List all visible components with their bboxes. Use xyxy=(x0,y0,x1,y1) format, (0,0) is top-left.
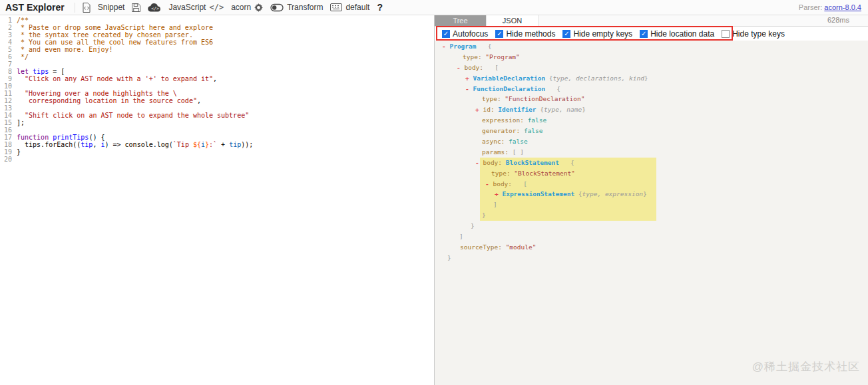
code-line[interactable]: 5 * and even more. Enjoy! xyxy=(0,46,434,53)
code-text xyxy=(12,82,17,90)
new-snippet-button[interactable] xyxy=(83,3,91,13)
tree-row[interactable]: sourceType: "module" xyxy=(435,242,868,253)
code-line[interactable]: 11 "Hovering over a node highlights the … xyxy=(0,90,434,97)
save-button[interactable] xyxy=(132,3,140,12)
code-line[interactable]: 17function printTips() { xyxy=(0,134,434,141)
line-number: 8 xyxy=(0,68,12,75)
code-text: * You can use all the cool new features … xyxy=(12,39,213,46)
line-number: 18 xyxy=(0,141,12,148)
ast-tree: - Program {type: "Program"- body: [+ Var… xyxy=(435,41,868,263)
parser-selector[interactable]: acorn xyxy=(231,3,263,12)
code-line[interactable]: 3 * the syntax tree created by chosen pa… xyxy=(0,31,434,39)
line-number: 6 xyxy=(0,53,12,61)
tree-row[interactable]: } xyxy=(435,210,868,221)
tree-row[interactable]: + id: Identifier {type, name} xyxy=(435,104,868,115)
checkbox-checked-icon[interactable]: ✓ xyxy=(495,30,503,38)
line-number: 14 xyxy=(0,112,12,119)
language-selector[interactable]: JavaScript </> xyxy=(168,3,224,12)
tree-row[interactable]: type: "FunctionDeclaration" xyxy=(435,94,868,104)
line-number: 5 xyxy=(0,46,12,53)
gist-cloud-button[interactable]: </> xyxy=(148,3,161,12)
gear-icon xyxy=(254,3,263,12)
code-line[interactable]: 12 corresponding location in the source … xyxy=(0,97,434,104)
help-button[interactable]: ? xyxy=(377,2,383,13)
ast-explorer-app: AST Explorer Snippet </> JavaScript </> … xyxy=(0,0,868,385)
code-line[interactable]: 4 * You can use all the cool new feature… xyxy=(0,39,434,46)
code-text: } xyxy=(12,148,21,156)
code-line[interactable]: 15]; xyxy=(0,119,434,126)
tree-row[interactable]: type: "BlockStatement" xyxy=(435,168,868,179)
code-line[interactable]: 6 */ xyxy=(0,53,434,61)
tree-row[interactable]: - FunctionDeclaration { xyxy=(435,84,868,94)
transform-toggle[interactable]: Transform xyxy=(270,3,323,12)
line-number: 4 xyxy=(0,39,12,46)
code-brackets-icon: </> xyxy=(209,3,224,12)
tree-row[interactable]: } xyxy=(435,253,868,263)
code-line[interactable]: 16 xyxy=(0,126,434,134)
tree-row[interactable]: expression: false xyxy=(435,115,868,126)
code-line[interactable]: 14 "Shift click on an AST node to expand… xyxy=(0,112,434,119)
code-line[interactable]: 18 tips.forEach((tip, i) => console.log(… xyxy=(0,141,434,148)
tree-row[interactable]: - body: BlockStatement { xyxy=(435,158,868,168)
tab-json[interactable]: JSON xyxy=(487,15,539,26)
tree-row[interactable]: ] xyxy=(435,199,868,210)
parser-name-label: acorn xyxy=(231,3,251,12)
parser-version-link[interactable]: acorn-8.0.4 xyxy=(824,3,861,11)
app-title: AST Explorer xyxy=(5,2,65,13)
tree-row[interactable]: type: "Program" xyxy=(435,52,868,63)
snippet-button[interactable]: Snippet xyxy=(98,3,125,12)
tree-row[interactable]: async: false xyxy=(435,136,868,147)
checkbox-checked-icon[interactable]: ✓ xyxy=(640,30,648,38)
code-text: "Hovering over a node highlights the \ xyxy=(12,90,177,97)
line-number: 3 xyxy=(0,31,12,39)
checkbox-unchecked-icon[interactable] xyxy=(722,30,730,38)
code-text: let tips = [ xyxy=(12,68,65,75)
tree-row[interactable]: - body: [ xyxy=(435,63,868,73)
code-text: * Paste or drop some JavaScript here and… xyxy=(12,24,213,31)
tree-row[interactable]: ] xyxy=(435,231,868,242)
code-line[interactable]: 9 "Click on any AST node with a '+' to e… xyxy=(0,75,434,82)
code-text: ]; xyxy=(12,119,25,126)
code-line[interactable]: 8let tips = [ xyxy=(0,68,434,75)
tree-row[interactable]: - Program { xyxy=(435,41,868,52)
option-hide-empty-keys[interactable]: ✓Hide empty keys xyxy=(562,29,632,39)
code-text: * and even more. Enjoy! xyxy=(12,46,113,53)
code-editor[interactable]: 1/**2 * Paste or drop some JavaScript he… xyxy=(0,15,434,385)
tree-row[interactable]: generator: false xyxy=(435,126,868,136)
code-line[interactable]: 2 * Paste or drop some JavaScript here a… xyxy=(0,24,434,31)
tree-row[interactable]: - body: [ xyxy=(435,179,868,190)
code-text xyxy=(12,61,17,68)
svg-text:</>: </> xyxy=(152,5,160,11)
code-text: "Shift click on an AST node to expand th… xyxy=(12,112,249,119)
code-line[interactable]: 19} xyxy=(0,148,434,156)
option-label: Hide location data xyxy=(650,29,714,39)
transform-preset-selector[interactable]: default xyxy=(330,3,369,12)
tree-row[interactable]: + ExpressionStatement {type, expression} xyxy=(435,189,868,199)
tree-row[interactable]: } xyxy=(435,221,868,231)
code-line[interactable]: 7 xyxy=(0,61,434,68)
ast-panel: TreeJSON 628ms ✓Autofocus✓Hide methods✓H… xyxy=(434,15,868,385)
line-number: 19 xyxy=(0,148,12,156)
snippet-label: Snippet xyxy=(98,3,125,12)
tree-row[interactable]: params: [ ] xyxy=(435,147,868,158)
tab-bar: TreeJSON xyxy=(435,15,868,27)
option-hide-methods[interactable]: ✓Hide methods xyxy=(495,29,555,39)
tab-tree[interactable]: Tree xyxy=(435,15,487,26)
line-number: 11 xyxy=(0,90,12,97)
line-number: 17 xyxy=(0,134,12,141)
option-hide-location-data[interactable]: ✓Hide location data xyxy=(640,29,714,39)
code-line[interactable]: 10 xyxy=(0,82,434,90)
option-autofocus[interactable]: ✓Autofocus xyxy=(442,29,488,39)
code-line[interactable]: 1/** xyxy=(0,17,434,24)
checkbox-checked-icon[interactable]: ✓ xyxy=(562,30,570,38)
transform-label: Transform xyxy=(287,3,323,12)
tree-row[interactable]: + VariableDeclaration {type, declaration… xyxy=(435,73,868,84)
keyboard-icon xyxy=(330,3,342,11)
option-hide-type-keys[interactable]: Hide type keys xyxy=(722,29,785,39)
code-line[interactable]: 13 xyxy=(0,104,434,112)
code-line[interactable]: 20 xyxy=(0,156,434,163)
line-number: 1 xyxy=(0,17,12,24)
line-number: 12 xyxy=(0,97,12,104)
checkbox-checked-icon[interactable]: ✓ xyxy=(442,30,450,38)
code-text: */ xyxy=(12,53,29,61)
